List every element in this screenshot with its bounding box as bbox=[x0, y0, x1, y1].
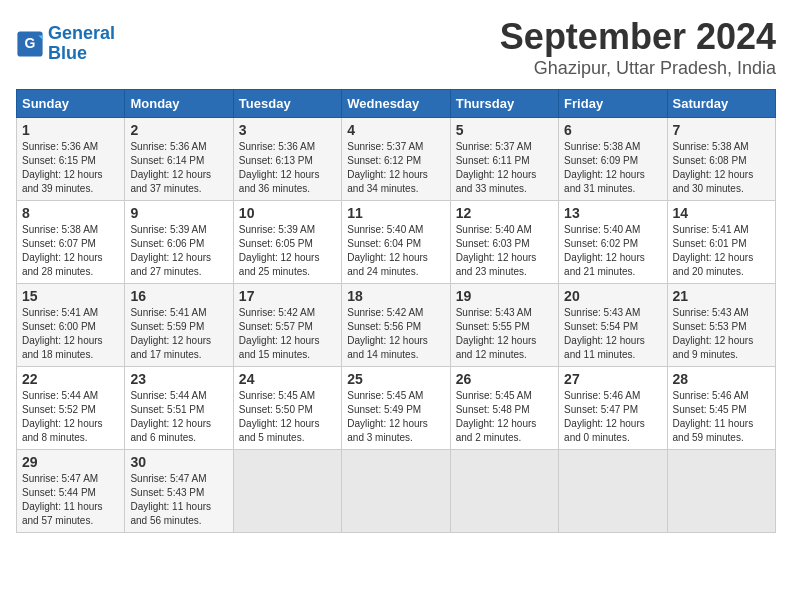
calendar-cell: 4Sunrise: 5:37 AMSunset: 6:12 PMDaylight… bbox=[342, 118, 450, 201]
calendar-table: SundayMondayTuesdayWednesdayThursdayFrid… bbox=[16, 89, 776, 533]
day-number: 12 bbox=[456, 205, 553, 221]
calendar-cell: 23Sunrise: 5:44 AMSunset: 5:51 PMDayligh… bbox=[125, 367, 233, 450]
calendar-cell: 5Sunrise: 5:37 AMSunset: 6:11 PMDaylight… bbox=[450, 118, 558, 201]
day-info: Sunrise: 5:40 AMSunset: 6:03 PMDaylight:… bbox=[456, 223, 553, 279]
day-info: Sunrise: 5:44 AMSunset: 5:51 PMDaylight:… bbox=[130, 389, 227, 445]
day-number: 26 bbox=[456, 371, 553, 387]
day-info: Sunrise: 5:46 AMSunset: 5:47 PMDaylight:… bbox=[564, 389, 661, 445]
day-info: Sunrise: 5:47 AMSunset: 5:43 PMDaylight:… bbox=[130, 472, 227, 528]
calendar-cell: 12Sunrise: 5:40 AMSunset: 6:03 PMDayligh… bbox=[450, 201, 558, 284]
day-info: Sunrise: 5:41 AMSunset: 5:59 PMDaylight:… bbox=[130, 306, 227, 362]
day-number: 9 bbox=[130, 205, 227, 221]
day-number: 20 bbox=[564, 288, 661, 304]
day-info: Sunrise: 5:43 AMSunset: 5:54 PMDaylight:… bbox=[564, 306, 661, 362]
day-number: 29 bbox=[22, 454, 119, 470]
calendar-week-row: 8Sunrise: 5:38 AMSunset: 6:07 PMDaylight… bbox=[17, 201, 776, 284]
day-number: 5 bbox=[456, 122, 553, 138]
day-info: Sunrise: 5:36 AMSunset: 6:14 PMDaylight:… bbox=[130, 140, 227, 196]
day-info: Sunrise: 5:36 AMSunset: 6:15 PMDaylight:… bbox=[22, 140, 119, 196]
svg-text:G: G bbox=[25, 35, 36, 51]
calendar-cell bbox=[233, 450, 341, 533]
day-info: Sunrise: 5:40 AMSunset: 6:02 PMDaylight:… bbox=[564, 223, 661, 279]
day-number: 10 bbox=[239, 205, 336, 221]
column-header-saturday: Saturday bbox=[667, 90, 775, 118]
calendar-cell: 30Sunrise: 5:47 AMSunset: 5:43 PMDayligh… bbox=[125, 450, 233, 533]
calendar-cell: 28Sunrise: 5:46 AMSunset: 5:45 PMDayligh… bbox=[667, 367, 775, 450]
day-number: 18 bbox=[347, 288, 444, 304]
calendar-cell bbox=[559, 450, 667, 533]
day-number: 27 bbox=[564, 371, 661, 387]
day-info: Sunrise: 5:37 AMSunset: 6:11 PMDaylight:… bbox=[456, 140, 553, 196]
calendar-cell: 13Sunrise: 5:40 AMSunset: 6:02 PMDayligh… bbox=[559, 201, 667, 284]
day-info: Sunrise: 5:45 AMSunset: 5:50 PMDaylight:… bbox=[239, 389, 336, 445]
calendar-cell: 19Sunrise: 5:43 AMSunset: 5:55 PMDayligh… bbox=[450, 284, 558, 367]
calendar-cell: 22Sunrise: 5:44 AMSunset: 5:52 PMDayligh… bbox=[17, 367, 125, 450]
day-number: 24 bbox=[239, 371, 336, 387]
column-header-thursday: Thursday bbox=[450, 90, 558, 118]
calendar-week-row: 29Sunrise: 5:47 AMSunset: 5:44 PMDayligh… bbox=[17, 450, 776, 533]
day-number: 3 bbox=[239, 122, 336, 138]
calendar-cell: 6Sunrise: 5:38 AMSunset: 6:09 PMDaylight… bbox=[559, 118, 667, 201]
calendar-cell: 29Sunrise: 5:47 AMSunset: 5:44 PMDayligh… bbox=[17, 450, 125, 533]
day-number: 14 bbox=[673, 205, 770, 221]
calendar-cell: 17Sunrise: 5:42 AMSunset: 5:57 PMDayligh… bbox=[233, 284, 341, 367]
month-title: September 2024 bbox=[500, 16, 776, 58]
day-number: 1 bbox=[22, 122, 119, 138]
day-number: 25 bbox=[347, 371, 444, 387]
day-info: Sunrise: 5:43 AMSunset: 5:55 PMDaylight:… bbox=[456, 306, 553, 362]
calendar-cell: 3Sunrise: 5:36 AMSunset: 6:13 PMDaylight… bbox=[233, 118, 341, 201]
calendar-cell: 2Sunrise: 5:36 AMSunset: 6:14 PMDaylight… bbox=[125, 118, 233, 201]
day-number: 8 bbox=[22, 205, 119, 221]
calendar-cell: 24Sunrise: 5:45 AMSunset: 5:50 PMDayligh… bbox=[233, 367, 341, 450]
calendar-cell: 15Sunrise: 5:41 AMSunset: 6:00 PMDayligh… bbox=[17, 284, 125, 367]
title-area: September 2024 Ghazipur, Uttar Pradesh, … bbox=[500, 16, 776, 79]
calendar-cell bbox=[342, 450, 450, 533]
day-info: Sunrise: 5:42 AMSunset: 5:57 PMDaylight:… bbox=[239, 306, 336, 362]
day-info: Sunrise: 5:39 AMSunset: 6:05 PMDaylight:… bbox=[239, 223, 336, 279]
calendar-cell bbox=[667, 450, 775, 533]
day-info: Sunrise: 5:41 AMSunset: 6:00 PMDaylight:… bbox=[22, 306, 119, 362]
day-info: Sunrise: 5:43 AMSunset: 5:53 PMDaylight:… bbox=[673, 306, 770, 362]
day-info: Sunrise: 5:38 AMSunset: 6:07 PMDaylight:… bbox=[22, 223, 119, 279]
calendar-cell: 27Sunrise: 5:46 AMSunset: 5:47 PMDayligh… bbox=[559, 367, 667, 450]
calendar-cell: 7Sunrise: 5:38 AMSunset: 6:08 PMDaylight… bbox=[667, 118, 775, 201]
day-number: 4 bbox=[347, 122, 444, 138]
logo: G General Blue bbox=[16, 24, 115, 64]
day-number: 19 bbox=[456, 288, 553, 304]
calendar-cell bbox=[450, 450, 558, 533]
calendar-week-row: 1Sunrise: 5:36 AMSunset: 6:15 PMDaylight… bbox=[17, 118, 776, 201]
calendar-cell: 18Sunrise: 5:42 AMSunset: 5:56 PMDayligh… bbox=[342, 284, 450, 367]
column-header-sunday: Sunday bbox=[17, 90, 125, 118]
day-info: Sunrise: 5:41 AMSunset: 6:01 PMDaylight:… bbox=[673, 223, 770, 279]
day-info: Sunrise: 5:45 AMSunset: 5:48 PMDaylight:… bbox=[456, 389, 553, 445]
logo-text: General Blue bbox=[48, 24, 115, 64]
day-info: Sunrise: 5:45 AMSunset: 5:49 PMDaylight:… bbox=[347, 389, 444, 445]
day-info: Sunrise: 5:44 AMSunset: 5:52 PMDaylight:… bbox=[22, 389, 119, 445]
calendar-cell: 21Sunrise: 5:43 AMSunset: 5:53 PMDayligh… bbox=[667, 284, 775, 367]
day-info: Sunrise: 5:38 AMSunset: 6:09 PMDaylight:… bbox=[564, 140, 661, 196]
calendar-cell: 26Sunrise: 5:45 AMSunset: 5:48 PMDayligh… bbox=[450, 367, 558, 450]
calendar-cell: 16Sunrise: 5:41 AMSunset: 5:59 PMDayligh… bbox=[125, 284, 233, 367]
calendar-cell: 25Sunrise: 5:45 AMSunset: 5:49 PMDayligh… bbox=[342, 367, 450, 450]
day-number: 30 bbox=[130, 454, 227, 470]
day-number: 23 bbox=[130, 371, 227, 387]
day-number: 21 bbox=[673, 288, 770, 304]
day-number: 2 bbox=[130, 122, 227, 138]
header: G General Blue September 2024 Ghazipur, … bbox=[16, 16, 776, 79]
calendar-week-row: 22Sunrise: 5:44 AMSunset: 5:52 PMDayligh… bbox=[17, 367, 776, 450]
day-info: Sunrise: 5:38 AMSunset: 6:08 PMDaylight:… bbox=[673, 140, 770, 196]
day-number: 15 bbox=[22, 288, 119, 304]
logo-icon: G bbox=[16, 30, 44, 58]
calendar-cell: 8Sunrise: 5:38 AMSunset: 6:07 PMDaylight… bbox=[17, 201, 125, 284]
day-number: 13 bbox=[564, 205, 661, 221]
day-number: 7 bbox=[673, 122, 770, 138]
day-info: Sunrise: 5:47 AMSunset: 5:44 PMDaylight:… bbox=[22, 472, 119, 528]
calendar-cell: 11Sunrise: 5:40 AMSunset: 6:04 PMDayligh… bbox=[342, 201, 450, 284]
day-number: 11 bbox=[347, 205, 444, 221]
day-info: Sunrise: 5:40 AMSunset: 6:04 PMDaylight:… bbox=[347, 223, 444, 279]
day-number: 6 bbox=[564, 122, 661, 138]
day-number: 28 bbox=[673, 371, 770, 387]
day-number: 17 bbox=[239, 288, 336, 304]
calendar-cell: 14Sunrise: 5:41 AMSunset: 6:01 PMDayligh… bbox=[667, 201, 775, 284]
column-header-tuesday: Tuesday bbox=[233, 90, 341, 118]
